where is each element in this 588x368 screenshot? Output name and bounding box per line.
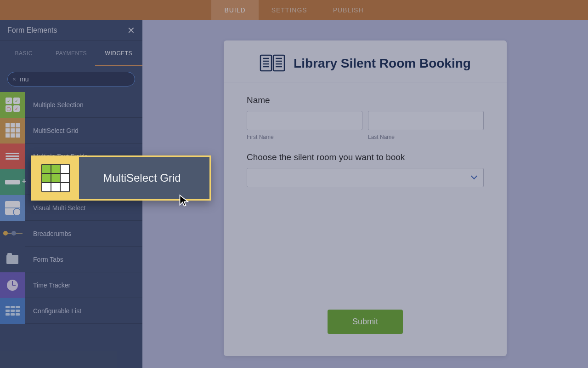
first-name-input[interactable] xyxy=(247,111,362,130)
sidebar-header: Form Elements ✕ xyxy=(0,20,142,40)
name-row: First Name Last Name xyxy=(247,111,484,140)
widget-label: Time Tracker xyxy=(25,282,70,289)
widget-breadcrumbs[interactable]: Breadcrumbs xyxy=(0,221,142,247)
widget-label: Form Tabs xyxy=(25,256,63,263)
tab-publish[interactable]: PUBLISH xyxy=(320,0,377,20)
room-select-wrap xyxy=(247,168,484,187)
tab-settings[interactable]: SETTINGS xyxy=(259,0,320,20)
widget-label: Configurable List xyxy=(25,307,81,315)
svg-rect-0 xyxy=(260,55,271,71)
room-label: Choose the silent room you want to book xyxy=(247,152,484,162)
sidebar-tab-payments[interactable]: PAYMENTS xyxy=(47,40,95,66)
widget-form-tabs[interactable]: Form Tabs xyxy=(0,247,142,272)
submit-button[interactable]: Submit xyxy=(328,310,403,334)
last-name-sublabel: Last Name xyxy=(368,134,484,140)
sidebar-title: Form Elements xyxy=(7,26,57,34)
svg-rect-1 xyxy=(273,55,284,71)
drag-icon-wrap xyxy=(32,157,79,199)
book-icon xyxy=(260,54,285,73)
first-name-sublabel: First Name xyxy=(247,134,362,140)
drag-label: MultiSelect Grid xyxy=(79,172,209,184)
widget-label: MultiSelect Grid xyxy=(25,127,79,134)
form-footer: Submit xyxy=(224,310,507,356)
form-body: Name First Name Last Name Choose the sil… xyxy=(224,82,507,310)
name-label: Name xyxy=(247,95,484,105)
widget-multiselect-grid[interactable]: MultiSelect Grid xyxy=(0,118,142,144)
search-input[interactable] xyxy=(20,75,130,83)
form-header: Library Silent Room Booking xyxy=(224,40,507,82)
form-title: Library Silent Room Booking xyxy=(294,56,471,71)
widget-label: Multiple Selection xyxy=(25,101,84,109)
room-select[interactable] xyxy=(247,168,484,187)
clear-search-icon[interactable]: × xyxy=(12,75,16,83)
widget-multiple-selection[interactable]: ✓✓▢✓ Multiple Selection xyxy=(0,92,142,118)
last-name-input[interactable] xyxy=(368,111,484,130)
close-icon[interactable]: ✕ xyxy=(127,26,135,35)
grid-icon xyxy=(41,164,70,192)
form-card: Library Silent Room Booking Name First N… xyxy=(224,40,507,356)
widget-label: Visual Multi Select xyxy=(25,204,85,212)
widget-time-tracker[interactable]: Time Tracker xyxy=(0,272,142,298)
tab-build[interactable]: BUILD xyxy=(211,0,258,20)
drag-preview[interactable]: MultiSelect Grid xyxy=(31,155,211,201)
sidebar-tab-basic[interactable]: BASIC xyxy=(0,40,47,66)
sidebar-tab-widgets[interactable]: WIDGETS xyxy=(95,40,142,66)
sidebar-tabs: BASIC PAYMENTS WIDGETS xyxy=(0,40,142,66)
search-wrap: × xyxy=(0,66,142,92)
widget-label: Breadcrumbs xyxy=(25,230,71,237)
search-box[interactable]: × xyxy=(7,72,135,86)
widget-configurable-list[interactable]: Configurable List xyxy=(0,298,142,324)
widget-list: ✓✓▢✓ Multiple Selection MultiSelect Grid… xyxy=(0,92,142,368)
top-nav: BUILD SETTINGS PUBLISH xyxy=(0,0,588,20)
